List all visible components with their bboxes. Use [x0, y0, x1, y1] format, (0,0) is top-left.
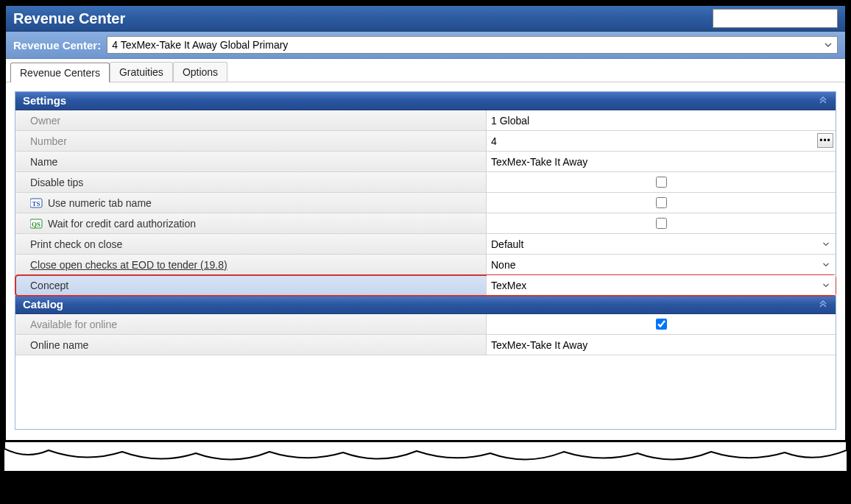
row-owner: Owner 1 Global — [15, 110, 836, 131]
chevron-down-icon — [822, 261, 830, 269]
label-name: Name — [15, 152, 487, 171]
revenue-center-dropdown[interactable]: 4 TexMex-Take It Away Global Primary — [107, 36, 838, 54]
blank-area — [15, 355, 836, 429]
row-disable-tips: Disable tips — [15, 172, 836, 193]
svg-text:QS: QS — [32, 221, 40, 228]
label-print-check: Print check on close — [15, 234, 487, 254]
collapse-icon[interactable] — [818, 95, 828, 106]
title-bar: Revenue Center — [6, 6, 845, 32]
label-close-eod: Close open checks at EOD to tender (19.8… — [15, 255, 487, 274]
chevron-down-icon — [822, 241, 830, 248]
title-bar-search[interactable] — [713, 9, 838, 28]
label-wait-cc: QS Wait for credit card authorization — [15, 213, 487, 233]
label-online-name: Online name — [15, 335, 487, 355]
content-area: Settings Owner 1 Global Number 4 ••• Nam… — [6, 82, 845, 440]
value-concept[interactable]: TexMex — [487, 275, 836, 295]
checkbox-wait-cc[interactable] — [656, 218, 667, 229]
label-owner: Owner — [15, 110, 487, 130]
page-title: Revenue Center — [13, 10, 125, 27]
label-number: Number — [15, 131, 487, 151]
value-online-name[interactable]: TexMex-Take It Away — [487, 335, 836, 355]
label-concept: Concept — [15, 275, 487, 295]
row-number: Number 4 ••• — [15, 131, 836, 152]
row-numeric-tab: TS Use numeric tab name — [15, 193, 836, 213]
section-title: Settings — [23, 94, 66, 107]
row-name: Name TexMex-Take It Away — [15, 152, 836, 172]
value-close-eod[interactable]: None — [487, 255, 836, 274]
app-frame: Revenue Center Revenue Center: 4 TexMex-… — [4, 4, 847, 441]
selector-row: Revenue Center: 4 TexMex-Take It Away Gl… — [6, 32, 845, 59]
revenue-center-value: 4 TexMex-Take It Away Global Primary — [112, 39, 288, 51]
label-numeric-tab: TS Use numeric tab name — [15, 193, 487, 213]
value-numeric-tab[interactable] — [487, 193, 836, 213]
value-avail-online[interactable] — [487, 314, 836, 334]
tab-revenue-centers[interactable]: Revenue Centers — [10, 63, 110, 82]
tab-options[interactable]: Options — [173, 62, 227, 82]
ellipsis-button[interactable]: ••• — [817, 133, 833, 148]
checkbox-disable-tips[interactable] — [656, 177, 667, 188]
row-print-check: Print check on close Default — [15, 234, 836, 255]
selector-label: Revenue Center: — [13, 39, 101, 52]
section-header-settings[interactable]: Settings — [15, 92, 836, 110]
value-owner: 1 Global — [487, 110, 836, 130]
row-close-eod: Close open checks at EOD to tender (19.8… — [15, 255, 836, 275]
label-avail-online: Available for online — [15, 314, 487, 334]
chevron-down-icon — [822, 282, 830, 289]
ts-icon: TS — [30, 197, 43, 209]
checkbox-numeric-tab[interactable] — [656, 197, 667, 208]
value-disable-tips[interactable] — [487, 172, 836, 192]
chevron-down-icon — [824, 40, 833, 49]
collapse-icon[interactable] — [818, 299, 828, 310]
value-wait-cc[interactable] — [487, 213, 836, 233]
tab-gratuities[interactable]: Gratuities — [110, 62, 173, 82]
row-concept: Concept TexMex — [15, 275, 836, 296]
row-wait-cc: QS Wait for credit card authorization — [15, 213, 836, 234]
row-avail-online: Available for online — [15, 314, 836, 335]
label-disable-tips: Disable tips — [15, 172, 487, 192]
torn-edge-decoration — [4, 441, 847, 471]
tabs: Revenue Centers Gratuities Options — [6, 59, 845, 82]
value-name[interactable]: TexMex-Take It Away — [487, 152, 836, 171]
properties-panel: Settings Owner 1 Global Number 4 ••• Nam… — [15, 91, 836, 430]
section-title: Catalog — [23, 298, 63, 310]
svg-text:TS: TS — [32, 200, 40, 207]
section-header-catalog[interactable]: Catalog — [15, 296, 836, 314]
value-print-check[interactable]: Default — [487, 234, 836, 254]
value-number[interactable]: 4 ••• — [487, 131, 836, 151]
qs-icon: QS — [30, 218, 43, 230]
row-online-name: Online name TexMex-Take It Away — [15, 335, 836, 355]
checkbox-avail-online[interactable] — [656, 319, 667, 330]
